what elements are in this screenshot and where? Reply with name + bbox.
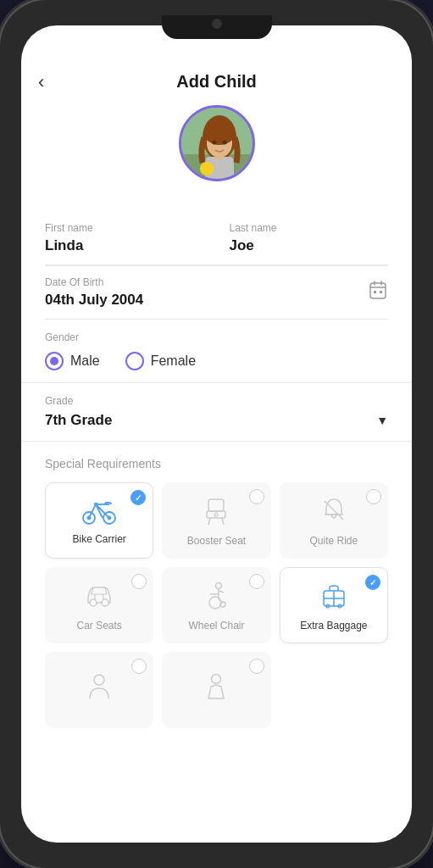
svg-point-27: [90, 599, 97, 606]
header: ‹ Add Child: [21, 72, 412, 105]
dob-value: 04th July 2004: [45, 292, 143, 309]
dob-field[interactable]: Date Of Birth 04th July 2004: [45, 266, 388, 320]
calendar-icon[interactable]: [368, 280, 388, 304]
req-check-extra-baggage: [365, 575, 380, 590]
req-name-wheel-chair: Wheel Chair: [188, 620, 244, 632]
svg-point-9: [200, 162, 214, 175]
bottom-spacer: [21, 743, 412, 769]
req-check-booster-seat: [249, 489, 264, 504]
svg-rect-11: [370, 283, 386, 298]
req-check-car-seats: [131, 574, 147, 589]
svg-rect-22: [207, 511, 225, 518]
gender-female-radio[interactable]: [125, 352, 144, 370]
req-check-person2: [249, 659, 264, 674]
booster-seat-icon: [200, 494, 232, 530]
requirements-section: Special Requirements: [21, 442, 412, 743]
person2-icon: [200, 670, 232, 705]
grade-value: 7th Grade: [45, 412, 112, 429]
last-name-label: Last name: [230, 222, 389, 234]
req-item-quite-ride[interactable]: Quite Ride: [280, 482, 388, 559]
grade-value-row[interactable]: 7th Grade ▼: [45, 412, 388, 429]
screen-content: ‹ Add Child: [21, 25, 412, 843]
svg-point-28: [102, 599, 108, 606]
extra-baggage-icon: [318, 579, 350, 615]
gender-male-option[interactable]: Male: [45, 352, 100, 370]
req-name-booster-seat: Booster Seat: [187, 535, 246, 547]
svg-rect-15: [374, 291, 376, 293]
requirements-title: Special Requirements: [45, 457, 388, 470]
dob-label: Date Of Birth: [45, 276, 143, 288]
gender-female-label: Female: [151, 353, 196, 369]
svg-point-31: [216, 583, 222, 589]
req-item-bike-carrier[interactable]: Bike Carrier: [45, 482, 153, 559]
svg-point-8: [222, 141, 226, 145]
grade-dropdown-arrow[interactable]: ▼: [376, 414, 388, 427]
svg-point-43: [212, 675, 221, 684]
last-name-value: Joe: [230, 237, 389, 254]
last-name-field[interactable]: Last name Joe: [230, 212, 389, 254]
person1-icon: [83, 670, 115, 705]
svg-rect-21: [208, 499, 224, 511]
req-name-car-seats: Car Seats: [76, 620, 121, 632]
req-item-person2[interactable]: [162, 652, 270, 728]
svg-line-33: [219, 591, 224, 593]
svg-point-35: [209, 597, 221, 609]
back-icon: ‹: [38, 71, 44, 92]
svg-point-6: [204, 121, 235, 145]
grade-label: Grade: [45, 395, 388, 407]
req-name-quite-ride: Quite Ride: [309, 535, 358, 547]
svg-line-24: [222, 518, 224, 525]
req-item-booster-seat[interactable]: Booster Seat: [162, 482, 270, 559]
gender-male-label: Male: [70, 353, 100, 369]
first-name-label: First name: [45, 222, 204, 234]
req-check-person1: [131, 659, 147, 674]
avatar[interactable]: [179, 105, 255, 181]
req-item-car-seats[interactable]: Car Seats: [45, 567, 153, 643]
dob-section: Date Of Birth 04th July 2004: [21, 266, 412, 320]
req-check-bike-carrier: [130, 490, 146, 505]
req-item-extra-baggage[interactable]: Extra Baggage: [280, 567, 388, 643]
car-seats-icon: [83, 579, 115, 615]
svg-point-42: [94, 675, 104, 685]
back-button[interactable]: ‹: [38, 71, 44, 93]
name-fields-row: First name Linda Last name Joe: [45, 202, 388, 265]
svg-point-7: [212, 141, 216, 145]
gender-label: Gender: [45, 331, 388, 343]
first-name-field[interactable]: First name Linda: [45, 212, 204, 254]
dob-content: Date Of Birth 04th July 2004: [45, 276, 143, 309]
req-check-quite-ride: [366, 489, 381, 504]
gender-female-option[interactable]: Female: [125, 352, 196, 370]
bike-carrier-icon: [80, 496, 118, 528]
gender-options: Male Female: [45, 352, 388, 370]
gender-male-radio[interactable]: [45, 352, 64, 370]
name-section: First name Linda Last name Joe: [21, 202, 412, 265]
phone-screen: ‹ Add Child: [21, 25, 412, 843]
req-item-person1[interactable]: [45, 652, 153, 728]
phone-frame: ‹ Add Child: [0, 0, 433, 868]
req-check-wheel-chair: [249, 574, 264, 589]
quite-ride-icon: [318, 494, 350, 530]
svg-rect-16: [380, 291, 382, 293]
avatar-image: [181, 108, 253, 179]
req-name-extra-baggage: Extra Baggage: [300, 620, 367, 632]
first-name-value: Linda: [45, 237, 204, 254]
svg-point-25: [214, 513, 218, 516]
requirements-grid: Bike Carrier: [45, 482, 388, 728]
req-item-wheel-chair[interactable]: Wheel Chair: [162, 567, 270, 643]
page-title: Add Child: [176, 72, 256, 92]
req-name-bike-carrier: Bike Carrier: [72, 533, 125, 545]
svg-line-23: [208, 518, 210, 525]
grade-section: Grade 7th Grade ▼: [21, 383, 412, 442]
wheel-chair-icon: [200, 579, 232, 615]
gender-section: Gender Male Female: [21, 320, 412, 383]
avatar-container[interactable]: [21, 105, 412, 181]
